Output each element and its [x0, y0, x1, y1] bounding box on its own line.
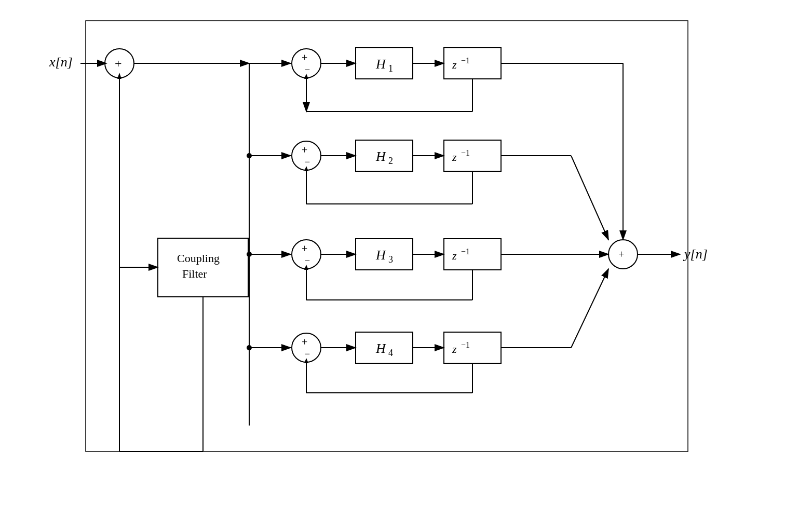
svg-text:+: +: [618, 249, 624, 260]
svg-text:−1: −1: [461, 247, 470, 256]
svg-text:−1: −1: [461, 340, 470, 349]
svg-text:+: +: [302, 243, 307, 254]
z4-label: z: [452, 342, 457, 355]
h3-label: H: [375, 248, 386, 263]
svg-text:+: +: [302, 144, 307, 156]
h4-label: H: [375, 341, 386, 356]
svg-point-69: [247, 252, 252, 257]
svg-text:2: 2: [388, 156, 393, 166]
h1-label: H: [375, 57, 386, 72]
svg-text:−: −: [305, 64, 310, 75]
z2-label: z: [452, 150, 457, 163]
svg-text:4: 4: [388, 348, 393, 358]
svg-text:+: +: [302, 52, 307, 63]
svg-text:+: +: [302, 336, 307, 348]
svg-text:1: 1: [388, 63, 393, 74]
svg-text:Filter: Filter: [182, 267, 207, 280]
svg-text:−: −: [305, 157, 310, 167]
input-label: x[n]: [49, 54, 73, 70]
svg-text:3: 3: [388, 254, 393, 265]
svg-text:+: +: [115, 57, 122, 70]
svg-text:−: −: [305, 349, 310, 359]
svg-text:−1: −1: [461, 56, 470, 65]
svg-point-70: [247, 345, 252, 350]
svg-point-68: [247, 153, 252, 158]
block-diagram: x[n] + + − H 1 z −1 + −: [0, 0, 812, 507]
z1-label: z: [452, 58, 457, 71]
svg-text:−: −: [305, 255, 310, 266]
output-label: y[n]: [683, 246, 708, 262]
svg-text:−1: −1: [461, 148, 470, 157]
h2-label: H: [375, 149, 386, 164]
coupling-filter-label: Coupling: [177, 252, 220, 265]
z3-label: z: [452, 249, 457, 262]
